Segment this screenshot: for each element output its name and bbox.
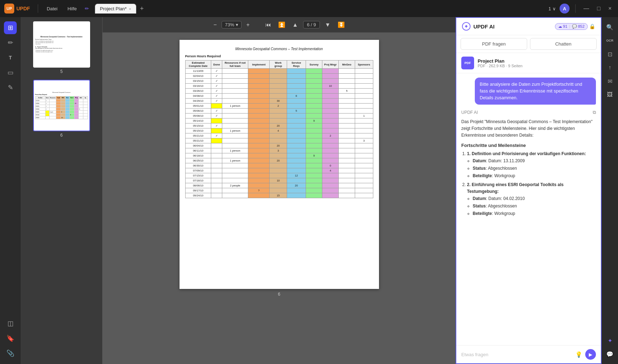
- file-details: Project Plan PDF · 262.9 KB · 9 Seiten: [478, 58, 523, 68]
- app-logo-icon: UP: [4, 4, 14, 14]
- pdf-toolbar: − 73% ▾ + ⏮ ⏫ ▲ 6 / 9 ▼ ⏬: [103, 17, 456, 33]
- menu-hilfe[interactable]: Hilfe: [64, 5, 80, 13]
- table-row: 05/21/103: [185, 138, 373, 143]
- col-header-res: Resources if not full team: [222, 60, 248, 69]
- table-row: 03/16/10✓10: [185, 84, 373, 89]
- page-dropdown-icon[interactable]: ∨: [552, 6, 556, 11]
- lightbulb-icon[interactable]: 💡: [575, 351, 582, 358]
- sidebar-icon-comment[interactable]: ✎: [4, 81, 17, 94]
- sidebar-icon-layers[interactable]: ◫: [4, 317, 17, 330]
- main-area: ⊞ ✏ T ▭ ✎ ◫ 🔖 📎 Minnesota Geospatial Com…: [0, 17, 618, 364]
- ai-input-field[interactable]: [461, 352, 572, 357]
- table-row: 07/09/104: [185, 168, 373, 173]
- thumbnail-page-6[interactable]: Minnesota Geospatial Commons Person Hour…: [33, 80, 90, 138]
- pdf-page: Minnesota Geospatial Commons – Test Impl…: [180, 40, 379, 289]
- menu-datei[interactable]: Datei: [43, 5, 61, 13]
- col-header-done: Done: [211, 60, 222, 69]
- right-scan-icon[interactable]: ⊡: [604, 48, 616, 60]
- page-total: 9: [313, 22, 316, 27]
- page-sep: /: [311, 22, 312, 27]
- divider: [38, 4, 38, 13]
- col-header-est: Estimated Complete Date: [185, 60, 211, 69]
- right-image-icon[interactable]: 🖼: [604, 89, 616, 100]
- table-row: 04/29/10✓30: [185, 99, 373, 104]
- badge-sep: |: [569, 24, 570, 28]
- zoom-out-button[interactable]: −: [211, 20, 219, 30]
- page-indicator[interactable]: 1 ∨: [549, 6, 556, 11]
- pdf-content[interactable]: Minnesota Geospatial Commons – Test Impl…: [172, 33, 386, 364]
- col-header-impl: Implement: [248, 60, 270, 69]
- col-header-proj: Proj Mngr: [322, 60, 339, 69]
- right-search-icon[interactable]: 🔍: [604, 21, 616, 33]
- page-nav-display[interactable]: 6 / 9: [303, 21, 320, 28]
- send-button[interactable]: ▶: [585, 349, 596, 360]
- badge-tokens[interactable]: ☁ 91 | 💬 852: [555, 23, 588, 30]
- thumb-img-5: Minnesota Geospatial Commons – Test Impl…: [33, 21, 90, 68]
- sidebar-icon-attach[interactable]: 📎: [4, 347, 17, 360]
- ai-item1-sub3: Beteiligte: Workgroup: [473, 173, 596, 179]
- zoom-value: 73%: [225, 22, 234, 27]
- right-chat-icon[interactable]: 💬: [604, 348, 616, 360]
- thumbnail-panel: Minnesota Geospatial Commons – Test Impl…: [21, 17, 103, 364]
- page-number: 1: [549, 6, 551, 11]
- pdf-viewer: − 73% ▾ + ⏮ ⏫ ▲ 6 / 9 ▼ ⏬ Minnesota Geos…: [103, 17, 456, 364]
- tab-ask-pdf[interactable]: PDF fragen: [461, 38, 527, 50]
- minimize-button[interactable]: —: [581, 5, 591, 12]
- divider2: [575, 4, 576, 13]
- close-button[interactable]: ×: [606, 5, 614, 12]
- table-row: 06/18/109: [185, 153, 373, 158]
- tab-close-button[interactable]: ×: [129, 7, 131, 11]
- pdf-section-header: Person Hours Required: [185, 54, 373, 58]
- nav-next-button[interactable]: ▼: [323, 20, 333, 30]
- ai-panel-title: UPDF AI: [473, 23, 552, 30]
- sidebar-icon-bookmark[interactable]: 🔖: [4, 332, 17, 345]
- ai-response-list: 1. Definition und Priorisierung der vorl…: [461, 151, 596, 217]
- table-row: 08/06/102 people20: [185, 183, 373, 188]
- thumbnail-page-5[interactable]: Minnesota Geospatial Commons – Test Impl…: [33, 21, 90, 74]
- right-upload-icon[interactable]: ↑: [604, 62, 616, 73]
- avatar[interactable]: A: [560, 4, 570, 14]
- nav-last-button[interactable]: ⏬: [336, 20, 347, 30]
- nav-prev-button[interactable]: ▲: [290, 20, 300, 30]
- lock-icon[interactable]: 🔒: [589, 23, 595, 29]
- thumb-img-6: Minnesota Geospatial Commons Person Hour…: [33, 80, 90, 131]
- sidebar-icon-shapes[interactable]: ▭: [4, 66, 17, 79]
- maximize-button[interactable]: □: [595, 5, 603, 12]
- table-row: 06/30/100: [185, 163, 373, 168]
- zoom-display[interactable]: 73% ▾: [222, 21, 241, 28]
- nav-first-button[interactable]: ⏮: [263, 20, 273, 30]
- ai-item1-title: 1. Definition und Priorisierung der vorl…: [467, 151, 586, 156]
- table-row: 05/15/101 person4: [185, 128, 373, 133]
- titlebar: UP UPDF Datei Hilfe ✏ Project Plan* × + …: [0, 0, 618, 17]
- ai-messages[interactable]: Bitte analysiere die Daten zum Projektfo…: [456, 73, 601, 345]
- table-row: 11/13/09✓: [185, 69, 373, 74]
- sidebar-icon-pages[interactable]: ⊞: [4, 21, 17, 34]
- ai-panel: UPDF AI ☁ 91 | 💬 852 🔒 PDF fragen Chatte…: [456, 17, 602, 364]
- app-logo: UP UPDF: [4, 4, 30, 14]
- zoom-in-button[interactable]: +: [244, 20, 252, 30]
- sidebar-icon-annotate[interactable]: ✏: [4, 36, 17, 49]
- nav-prev-prev-button[interactable]: ⏫: [276, 20, 287, 30]
- ai-header: UPDF AI ☁ 91 | 💬 852 🔒: [456, 18, 601, 35]
- page-current: 6: [307, 22, 310, 27]
- right-mail-icon[interactable]: ✉: [604, 75, 616, 87]
- right-ai-icon[interactable]: ✦: [604, 335, 616, 346]
- sidebar-icon-text[interactable]: T: [4, 51, 17, 64]
- right-ocr-icon[interactable]: OCR: [604, 35, 616, 46]
- tab-add-button[interactable]: +: [137, 5, 147, 12]
- badge-token-count: 91: [563, 24, 567, 28]
- table-row: 03/26/10✓5: [185, 89, 373, 94]
- table-row: 05/08/10✓1: [185, 114, 373, 118]
- ai-item2-sub1: Datum: Datum: 04.02.2010: [473, 195, 596, 202]
- table-row: 07/16/1010: [185, 178, 373, 183]
- ai-item2-sub3: Beteiligte: Workgroup: [473, 210, 596, 217]
- copy-icon[interactable]: ⧉: [593, 109, 596, 116]
- thumb-label-5: 5: [60, 69, 63, 74]
- col-header-surv: Survey: [306, 60, 322, 69]
- table-row: 05/14/109: [185, 118, 373, 123]
- tab-chat[interactable]: Chatten: [530, 38, 597, 50]
- titlebar-right: 1 ∨ A — □ ×: [549, 4, 614, 14]
- tab-project-plan[interactable]: Project Plan* ×: [95, 4, 137, 14]
- table-row: 03/15/10✓: [185, 79, 373, 84]
- zoom-dropdown-icon[interactable]: ▾: [236, 22, 238, 27]
